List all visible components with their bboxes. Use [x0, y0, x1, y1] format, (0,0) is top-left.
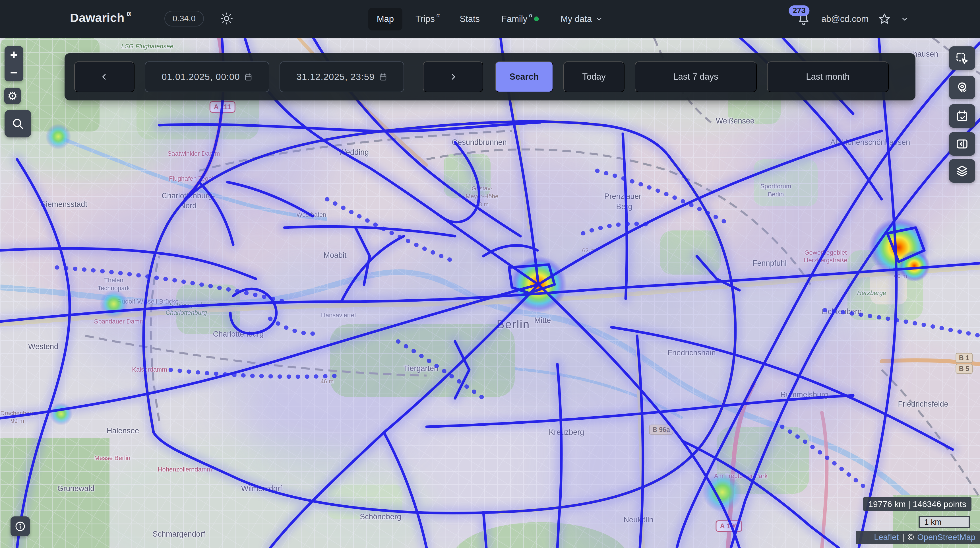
start-datetime-input[interactable]: 01.01.2025, 00:00: [145, 61, 269, 92]
map-label: Alt-Hohenschönhausen: [830, 138, 910, 147]
map-label: Siemensstadt: [41, 200, 87, 209]
map-label: Drachenberg: [0, 410, 35, 417]
user-email[interactable]: ab@cd.com: [821, 14, 869, 24]
map-label: Meyer-Höhe: [466, 193, 498, 200]
attribution-separator: |: [902, 533, 904, 542]
nav-tab-stats[interactable]: Stats: [451, 8, 488, 30]
family-online-dot: [534, 16, 539, 21]
map-label: Herzberge: [857, 289, 886, 297]
zoom-control: + −: [5, 46, 23, 81]
map-label: hausen: [913, 50, 939, 59]
today-button[interactable]: Today: [563, 61, 625, 92]
map-settings-button[interactable]: ⚙: [4, 88, 21, 104]
navbar-user-area: 273 ab@cd.com: [795, 0, 909, 38]
search-icon: [11, 117, 24, 130]
map-label: Friedrichsfelde: [898, 400, 948, 409]
zoom-in-button[interactable]: +: [5, 46, 23, 64]
map-label: Mitte: [535, 316, 551, 325]
chevron-down-icon: [900, 15, 909, 23]
user-menu-button[interactable]: [900, 15, 909, 23]
search-button[interactable]: Search: [495, 61, 553, 92]
map-label: 60 m: [894, 272, 907, 279]
leaflet-link[interactable]: Leaflet: [874, 533, 899, 542]
nav-label: My data: [560, 14, 592, 24]
map-label: Halensee: [107, 427, 139, 435]
map-label: Lichtenberg: [822, 307, 862, 316]
map-label: Flughafen Tegel: [169, 175, 213, 182]
nav-tab-map[interactable]: Map: [368, 8, 402, 30]
map-label: 99 m: [11, 417, 24, 424]
chevron-left-icon: [100, 72, 109, 82]
nav-label: Stats: [460, 14, 480, 24]
gear-icon: ⚙: [7, 89, 18, 102]
start-datetime-value: 01.01.2025, 00:00: [162, 72, 240, 82]
map-label: Herzbergstraße: [804, 256, 848, 264]
last-7-days-button[interactable]: Last 7 days: [635, 61, 757, 92]
theme-toggle-button[interactable]: [220, 11, 234, 25]
collapse-panel-button[interactable]: [949, 132, 975, 156]
collapse-panel-icon: [955, 137, 969, 151]
notifications-button[interactable]: 273: [795, 11, 812, 28]
chevron-right-icon: [448, 72, 458, 82]
app-logo[interactable]: Dawarichα: [70, 11, 129, 25]
distance-points-badge: 19776 km | 146346 points: [863, 497, 972, 511]
notification-count-badge: 273: [789, 5, 810, 16]
map-label: Wedding: [339, 148, 369, 157]
alpha-sup: α: [436, 12, 440, 19]
map-label: Westhafen: [297, 211, 326, 218]
favorite-button[interactable]: [878, 12, 891, 26]
map-label: Neukölln: [624, 516, 653, 524]
alpha-sup: α: [127, 10, 131, 18]
map-label: Hohenzollerndamm: [158, 466, 212, 473]
map-label: 68 m: [476, 201, 489, 208]
alpha-sup: α: [529, 12, 532, 19]
layers-button[interactable]: [949, 159, 975, 183]
end-datetime-input[interactable]: 31.12.2025, 23:59: [280, 61, 404, 92]
ukraine-flag-icon: [860, 534, 870, 541]
map-label: B 96a: [649, 425, 673, 435]
map-label: Berlin: [768, 191, 784, 198]
nav-tab-family[interactable]: Familyα: [493, 8, 547, 30]
osm-link[interactable]: OpenStreetMap: [917, 533, 975, 542]
map-label: Charlottenburg: [165, 309, 207, 316]
map-label: Fennpfuhl: [752, 259, 787, 268]
map-label: A 111: [210, 101, 235, 113]
map-label: Gesundbrunnen: [452, 138, 507, 147]
last-month-button[interactable]: Last month: [767, 61, 889, 92]
map-attribution: Leaflet | © OpenStreetMap: [856, 530, 980, 544]
scan-location-icon: [955, 81, 969, 94]
map-label: Moabit: [323, 251, 346, 260]
select-area-button[interactable]: [949, 46, 975, 70]
map-scale-bar: 1 km: [919, 516, 970, 528]
nav-label: Map: [377, 14, 394, 24]
calendar-icon: [244, 73, 253, 81]
dawarich-app: LSG FlughafenseehausenSaatwinkler DammFl…: [0, 0, 980, 548]
nav-dropdown-my-data[interactable]: My data: [552, 8, 612, 30]
map-label: Gustav-: [471, 185, 493, 192]
map-label: Berlin: [497, 318, 530, 331]
zoom-out-button[interactable]: −: [5, 64, 23, 81]
sun-icon: [220, 12, 233, 25]
map-label: Weißensee: [716, 117, 754, 126]
calendar-select-button[interactable]: [949, 104, 975, 128]
scan-location-button[interactable]: [949, 76, 975, 99]
map-label: Herzberg: [888, 265, 913, 272]
map-label: Rummelsburg: [780, 390, 828, 399]
map-label: B 5: [956, 364, 973, 374]
map-label: Messe Berlin: [94, 454, 130, 462]
map-search-button[interactable]: [5, 110, 31, 137]
map-label: Prenzlauer: [605, 192, 641, 201]
nav-label: Family: [501, 14, 527, 24]
map-label: B 1: [956, 353, 973, 363]
map-label: Tiergarten: [404, 364, 438, 373]
version-badge: 0.34.0: [164, 11, 204, 27]
map-label: Schmargendorf: [153, 530, 205, 538]
map-label: Sportforum: [760, 183, 791, 190]
nav-tab-trips[interactable]: Tripsα: [407, 8, 447, 30]
calendar-icon: [379, 73, 387, 81]
map-info-button[interactable]: [11, 516, 30, 536]
select-area-icon: [955, 51, 969, 65]
next-period-button[interactable]: [423, 61, 483, 92]
end-datetime-value: 31.12.2025, 23:59: [296, 72, 375, 82]
prev-period-button[interactable]: [74, 61, 135, 92]
